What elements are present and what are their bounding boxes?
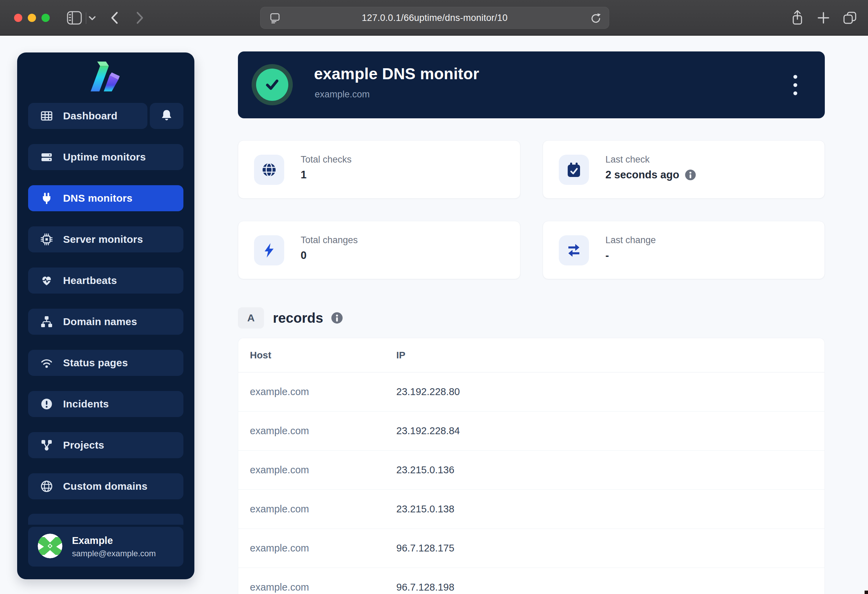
sidebar-item-label: DNS monitors xyxy=(63,192,132,204)
stat-value: 1 xyxy=(301,169,307,181)
sidebar: Dashboard Uptime monitors xyxy=(17,52,194,579)
swap-arrows-icon xyxy=(559,235,589,266)
table-row: example.com 23.192.228.84 xyxy=(238,412,824,451)
ip-cell: 96.7.128.175 xyxy=(396,542,454,554)
wifi-icon xyxy=(40,356,53,369)
sidebar-item-dns-monitors[interactable]: DNS monitors xyxy=(28,185,183,211)
info-icon[interactable] xyxy=(685,169,696,181)
sidebar-item-uptime-monitors[interactable]: Uptime monitors xyxy=(28,144,183,170)
ip-cell: 23.215.0.136 xyxy=(396,464,454,476)
avatar xyxy=(38,533,62,560)
host-cell: example.com xyxy=(250,386,309,397)
records-table: Host IP example.com 23.192.228.80 exampl… xyxy=(238,338,825,594)
records-section-header: A records xyxy=(238,307,343,328)
cpu-icon xyxy=(40,233,53,246)
table-row: example.com 23.215.0.136 xyxy=(238,451,824,490)
ip-cell: 23.192.228.84 xyxy=(396,425,460,437)
stat-label: Last change xyxy=(605,235,656,245)
stat-card-last-change: Last change - xyxy=(543,221,825,279)
sidebar-item-label: Incidents xyxy=(63,398,109,410)
stat-label: Last check xyxy=(605,154,650,165)
sidebar-item-label: Status pages xyxy=(63,357,128,369)
sidebar-item-domain-names[interactable]: Domain names xyxy=(28,309,183,335)
stat-value: 0 xyxy=(301,249,307,262)
sidebar-item-label: Server monitors xyxy=(63,233,143,245)
toolbar-separator xyxy=(86,12,86,24)
stat-card-total-changes: Total changes 0 xyxy=(238,221,520,279)
calendar-check-icon xyxy=(559,155,589,185)
sidebar-item-label: Heartbeats xyxy=(63,275,117,287)
window-zoom-button[interactable] xyxy=(41,14,50,22)
sidebar-item-status-pages[interactable]: Status pages xyxy=(28,350,183,376)
sitemap-icon xyxy=(40,315,53,328)
ip-cell: 23.192.228.80 xyxy=(396,386,460,397)
forward-button[interactable] xyxy=(135,11,145,24)
stat-card-total-checks: Total checks 1 xyxy=(238,140,520,199)
table-row: example.com 96.7.128.198 xyxy=(238,568,824,594)
table-row: example.com 23.192.228.80 xyxy=(238,372,824,412)
browser-toolbar: 127.0.0.1/66uptime/dns-monitor/10 xyxy=(0,0,868,35)
address-bar[interactable]: 127.0.0.1/66uptime/dns-monitor/10 xyxy=(260,7,609,29)
url-text: 127.0.0.1/66uptime/dns-monitor/10 xyxy=(261,13,609,23)
user-profile[interactable]: Example sample@example.com xyxy=(28,527,183,567)
reload-icon[interactable] xyxy=(590,13,601,24)
back-button[interactable] xyxy=(110,11,119,24)
column-header-host: Host xyxy=(250,350,271,361)
sidebar-item-dashboard[interactable]: Dashboard xyxy=(28,103,148,129)
host-cell: example.com xyxy=(250,582,309,593)
monitor-header-card: example DNS monitor example.com xyxy=(238,52,825,118)
tabs-overview-icon[interactable] xyxy=(842,10,858,25)
chevron-down-icon[interactable] xyxy=(89,16,96,21)
bell-icon xyxy=(161,109,173,123)
exclamation-circle-icon xyxy=(40,397,53,411)
table-row: example.com 96.7.128.175 xyxy=(238,529,824,568)
heart-pulse-icon xyxy=(40,274,53,287)
sidebar-item-heartbeats[interactable]: Heartbeats xyxy=(28,267,183,294)
column-header-ip: IP xyxy=(396,350,405,361)
monitor-menu-button[interactable] xyxy=(786,66,805,103)
host-cell: example.com xyxy=(250,504,309,515)
user-name: Example xyxy=(72,535,156,546)
sidebar-item-label: Custom domains xyxy=(63,480,148,492)
record-type-badge: A xyxy=(238,307,264,328)
screen: 127.0.0.1/66uptime/dns-monitor/10 xyxy=(0,0,868,594)
host-cell: example.com xyxy=(250,464,309,476)
sidebar-item-label: Dashboard xyxy=(63,110,118,122)
share-icon[interactable] xyxy=(790,10,805,26)
table-row: example.com 23.215.0.138 xyxy=(238,490,824,529)
grid-icon xyxy=(40,109,53,123)
sidebar-toggle-icon[interactable] xyxy=(66,10,82,25)
monitor-hostname: example.com xyxy=(315,89,370,100)
sidebar-item-server-monitors[interactable]: Server monitors xyxy=(28,226,183,253)
server-icon xyxy=(40,151,53,164)
globe-icon xyxy=(254,155,284,185)
sidebar-item-incidents[interactable]: Incidents xyxy=(28,391,183,417)
records-title: records xyxy=(273,310,323,326)
new-tab-icon[interactable] xyxy=(816,11,830,25)
monitor-title: example DNS monitor xyxy=(314,65,479,83)
stat-value: - xyxy=(605,249,609,262)
sidebar-item-custom-domains[interactable]: Custom domains xyxy=(28,473,183,499)
stat-label: Total checks xyxy=(301,154,352,165)
sidebar-item-label: Projects xyxy=(63,439,104,451)
stat-label: Total changes xyxy=(301,235,358,245)
info-icon[interactable] xyxy=(331,312,343,324)
table-header-row: Host IP xyxy=(238,338,824,372)
sidebar-item-projects[interactable]: Projects xyxy=(28,432,183,458)
globe-icon xyxy=(40,480,53,493)
stat-value: 2 seconds ago xyxy=(605,169,679,181)
screen-corner-artifact xyxy=(865,591,868,594)
bolt-icon xyxy=(254,235,284,266)
status-up-badge xyxy=(252,64,293,105)
sidebar-item-label: Uptime monitors xyxy=(63,151,146,163)
ip-cell: 96.7.128.198 xyxy=(396,582,454,593)
host-cell: example.com xyxy=(250,425,309,437)
plug-icon xyxy=(40,192,53,205)
window-close-button[interactable] xyxy=(14,14,22,22)
host-cell: example.com xyxy=(250,542,309,554)
window-minimize-button[interactable] xyxy=(28,14,36,22)
app-logo xyxy=(17,61,194,92)
stat-card-last-check: Last check 2 seconds ago xyxy=(543,140,825,199)
notifications-button[interactable] xyxy=(150,103,183,129)
ip-cell: 23.215.0.138 xyxy=(396,504,454,515)
